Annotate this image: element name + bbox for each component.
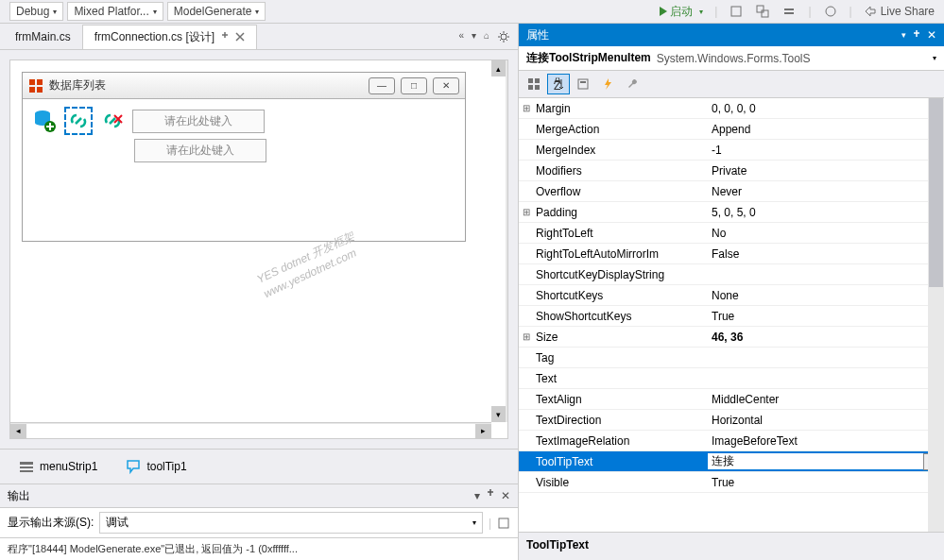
form-app-icon bbox=[28, 78, 43, 93]
startup-project-combo[interactable]: ModelGenerate▾ bbox=[167, 2, 266, 21]
expand-icon[interactable]: ⊞ bbox=[519, 207, 534, 217]
prop-value-cell[interactable]: No bbox=[708, 227, 944, 240]
editor-panel: frmMain.cs frmConnection.cs [设计] « ▾ ⌂ 数… bbox=[0, 24, 518, 560]
menu-type-here-1[interactable]: 请在此处键入 bbox=[132, 110, 265, 133]
prop-row-modifiers[interactable]: ModifiersPrivate bbox=[519, 161, 944, 181]
prop-events-button[interactable] bbox=[596, 74, 619, 94]
pin-icon[interactable] bbox=[220, 32, 230, 42]
prop-row-showshortcutkeys[interactable]: ShowShortcutKeysTrue bbox=[519, 306, 944, 327]
close-tab-icon[interactable] bbox=[235, 32, 245, 42]
prop-value-cell[interactable]: Never bbox=[708, 185, 944, 198]
prop-row-mergeaction[interactable]: MergeActionAppend bbox=[519, 119, 944, 140]
prop-name-cell: ShortcutKeys bbox=[534, 289, 708, 302]
prop-categorized-button[interactable] bbox=[523, 74, 545, 94]
close-button[interactable]: ✕ bbox=[433, 77, 459, 94]
expand-icon[interactable]: ⊞ bbox=[519, 331, 534, 342]
prop-row-size[interactable]: ⊞Size46, 36 bbox=[519, 327, 944, 348]
link-remove-icon[interactable] bbox=[98, 107, 127, 135]
prop-name-cell: Padding bbox=[534, 206, 708, 219]
prop-row-padding[interactable]: ⊞Padding5, 0, 5, 0 bbox=[519, 202, 944, 223]
prop-row-shortcutkeydisplaystring[interactable]: ShortcutKeyDisplayString bbox=[519, 264, 944, 285]
output-tool-icon[interactable] bbox=[497, 517, 510, 530]
designed-form[interactable]: 数据库列表 — □ ✕ bbox=[22, 72, 466, 242]
prop-value-cell[interactable]: True bbox=[708, 476, 944, 489]
svg-rect-0 bbox=[731, 7, 741, 16]
output-dropdown-icon[interactable]: ▾ bbox=[474, 489, 480, 502]
prop-row-textimagerelation[interactable]: TextImageRelationImageBeforeText bbox=[519, 431, 944, 451]
prop-value-cell[interactable]: MiddleCenter bbox=[708, 393, 944, 406]
tab-next-icon[interactable]: ▾ bbox=[472, 30, 476, 43]
prop-pin-icon[interactable] bbox=[912, 30, 921, 40]
prop-name-cell: ShowShortcutKeys bbox=[534, 310, 708, 323]
properties-object-selector[interactable]: 连接ToolStripMenuItem System.Windows.Forms… bbox=[519, 46, 944, 71]
form-body[interactable]: 请在此处键入 请在此处键入 bbox=[23, 99, 465, 241]
prop-value-cell[interactable]: True bbox=[708, 310, 944, 323]
prop-value-cell[interactable]: ImageBeforeText bbox=[708, 434, 944, 448]
config-debug-combo[interactable]: Debug▾ bbox=[9, 2, 63, 21]
prop-row-visible[interactable]: VisibleTrue bbox=[519, 472, 944, 493]
db-add-icon[interactable] bbox=[30, 107, 59, 135]
prop-row-overflow[interactable]: OverflowNever bbox=[519, 181, 944, 202]
prop-value-cell[interactable]: 46, 36 bbox=[708, 331, 944, 344]
prop-row-textdirection[interactable]: TextDirectionHorizontal bbox=[519, 410, 944, 431]
output-source-select[interactable]: 调试▾ bbox=[99, 512, 483, 534]
form-designer[interactable]: 数据库列表 — □ ✕ bbox=[9, 59, 508, 439]
config-platform-combo[interactable]: Mixed Platfor...▾ bbox=[67, 2, 163, 21]
output-text: 程序"[18444] ModelGenerate.exe"已退出, 返回值为 -… bbox=[0, 538, 518, 560]
prop-row-righttoleft[interactable]: RightToLeftNo bbox=[519, 223, 944, 244]
prop-row-tag[interactable]: Tag bbox=[519, 348, 944, 368]
expand-icon[interactable]: ⊞ bbox=[519, 103, 534, 113]
live-share-button[interactable]: Live Share bbox=[864, 5, 935, 18]
prop-row-mergeindex[interactable]: MergeIndex-1 bbox=[519, 140, 944, 161]
svg-point-5 bbox=[826, 7, 835, 16]
properties-grid[interactable]: ⊞Margin0, 0, 0, 0MergeActionAppendMergeI… bbox=[519, 98, 944, 532]
tray-menustrip[interactable]: menuStrip1 bbox=[19, 459, 97, 474]
menu-type-here-2[interactable]: 请在此处键入 bbox=[134, 139, 266, 162]
output-pin-icon[interactable] bbox=[486, 489, 495, 499]
toolbar-icon-2[interactable] bbox=[755, 4, 770, 19]
prop-row-tooltiptext[interactable]: ToolTipText连接▾ bbox=[519, 451, 944, 472]
prop-value-cell[interactable]: 5, 0, 5, 0 bbox=[708, 206, 944, 219]
prop-value-cell[interactable]: False bbox=[708, 247, 944, 261]
prop-dropdown-icon[interactable]: ▾ bbox=[901, 30, 906, 40]
tray-tooltip[interactable]: toolTip1 bbox=[126, 459, 186, 474]
designer-scroll-v[interactable]: ▴▾ bbox=[491, 60, 507, 422]
prop-value-cell[interactable]: 连接 bbox=[708, 453, 923, 469]
prop-value-cell[interactable]: 0, 0, 0, 0 bbox=[708, 102, 944, 115]
tab-frmmain[interactable]: frmMain.cs bbox=[4, 26, 82, 47]
prop-value-cell[interactable]: Horizontal bbox=[708, 414, 944, 427]
prop-row-margin[interactable]: ⊞Margin0, 0, 0, 0 bbox=[519, 98, 944, 119]
prop-row-text[interactable]: Text bbox=[519, 368, 944, 389]
play-icon bbox=[660, 7, 667, 16]
prop-row-righttoleftautomirrorim[interactable]: RightToLeftAutoMirrorImFalse bbox=[519, 244, 944, 264]
prop-properties-button[interactable] bbox=[572, 74, 594, 94]
toolbar-icon-4[interactable] bbox=[823, 4, 838, 19]
prop-name-cell: Modifiers bbox=[534, 164, 708, 178]
prop-close-icon[interactable]: ✕ bbox=[927, 28, 936, 42]
link-icon[interactable] bbox=[64, 107, 93, 135]
maximize-button[interactable]: □ bbox=[401, 77, 427, 94]
tab-home-icon[interactable]: ⌂ bbox=[484, 30, 489, 43]
prop-alphabetical-button[interactable]: AZ bbox=[547, 74, 570, 94]
output-close-icon[interactable]: ✕ bbox=[501, 489, 510, 502]
designer-scroll-h[interactable]: ◂▸ bbox=[10, 422, 491, 438]
gear-icon[interactable] bbox=[497, 30, 510, 43]
toolbar-icon-3[interactable] bbox=[781, 4, 797, 19]
properties-scrollbar[interactable] bbox=[928, 98, 944, 532]
tab-prev-icon[interactable]: « bbox=[458, 30, 464, 43]
prop-value-cell[interactable]: Append bbox=[708, 123, 944, 136]
prop-row-shortcutkeys[interactable]: ShortcutKeysNone bbox=[519, 285, 944, 306]
prop-value-cell[interactable]: -1 bbox=[708, 144, 944, 157]
menustrip-icon bbox=[19, 459, 34, 474]
prop-value-cell[interactable]: Private bbox=[708, 164, 944, 178]
tab-frmconnection-design[interactable]: frmConnection.cs [设计] bbox=[82, 25, 257, 49]
minimize-button[interactable]: — bbox=[369, 77, 395, 94]
prop-name-cell: MergeIndex bbox=[534, 144, 708, 157]
prop-name-cell: Tag bbox=[534, 351, 708, 365]
toolbar-icon-1[interactable] bbox=[729, 4, 744, 19]
run-button[interactable]: 启动▾ bbox=[660, 4, 703, 20]
prop-row-textalign[interactable]: TextAlignMiddleCenter bbox=[519, 389, 944, 410]
prop-wrench-button[interactable] bbox=[621, 74, 644, 94]
component-tray: menuStrip1 toolTip1 bbox=[0, 449, 518, 484]
prop-value-cell[interactable]: None bbox=[708, 289, 944, 302]
